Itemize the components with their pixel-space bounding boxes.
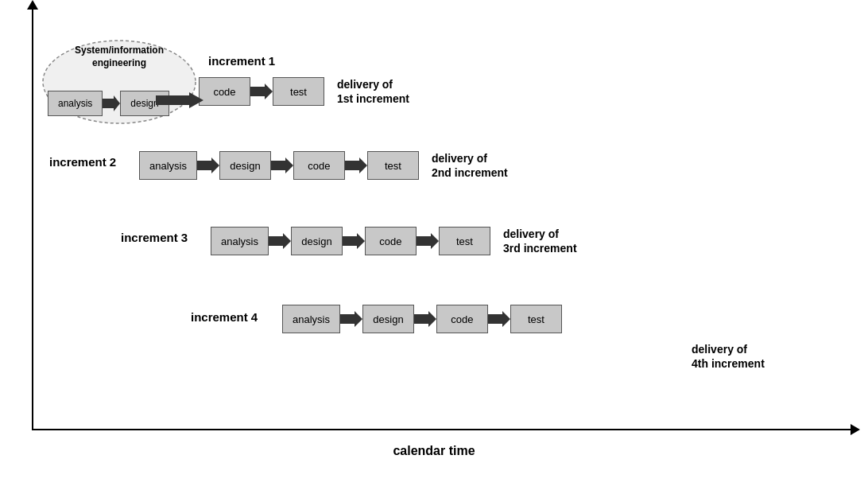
svg-marker-8 bbox=[417, 233, 439, 249]
svg-marker-10 bbox=[414, 311, 436, 327]
svg-marker-6 bbox=[269, 233, 291, 249]
inc2-analysis: analysis bbox=[139, 151, 197, 180]
inc4-design: design bbox=[362, 305, 414, 333]
axis-label: calendar time bbox=[393, 444, 475, 458]
inc3-code: code bbox=[365, 227, 417, 255]
inc3-arrow1 bbox=[269, 227, 291, 255]
increment-2-title: increment 2 bbox=[49, 155, 116, 169]
y-axis bbox=[32, 8, 33, 430]
inc3-arrow2 bbox=[343, 227, 365, 255]
inc1-test: test bbox=[273, 77, 324, 106]
diagram-container: calendar time System/information enginee… bbox=[0, 0, 868, 494]
increment-4-title: increment 4 bbox=[191, 310, 258, 324]
svg-marker-2 bbox=[250, 84, 273, 99]
inc3-design: design bbox=[291, 227, 343, 255]
inc3-analysis: analysis bbox=[211, 227, 269, 255]
x-axis bbox=[32, 429, 852, 430]
svg-marker-4 bbox=[271, 158, 293, 173]
inc2-arrow2 bbox=[271, 151, 293, 180]
inc2-code: code bbox=[293, 151, 345, 180]
inc2-arrow3 bbox=[345, 151, 367, 180]
inc4-code: code bbox=[436, 305, 488, 333]
inc4-arrow3 bbox=[488, 305, 510, 333]
svg-marker-5 bbox=[345, 158, 367, 173]
inc3-test: test bbox=[439, 227, 490, 255]
ellipse-label: System/information engineering bbox=[40, 45, 199, 69]
ellipse-to-inc1-connector bbox=[156, 86, 203, 115]
inc4-analysis: analysis bbox=[282, 305, 340, 333]
big-arrow-connector bbox=[156, 86, 203, 115]
inc1-delivery: delivery of1st increment bbox=[337, 77, 409, 106]
inc1-arrow1 bbox=[250, 77, 273, 106]
increment-3-title: increment 3 bbox=[121, 231, 188, 244]
ellipse-arrow1 bbox=[103, 91, 120, 116]
increment-1-title: increment 1 bbox=[208, 54, 275, 68]
increment-row-4-boxes: analysis design code test bbox=[282, 305, 562, 333]
svg-marker-12 bbox=[156, 92, 203, 108]
inc3-delivery: delivery of3rd increment bbox=[503, 227, 577, 255]
y-axis-arrow bbox=[27, 0, 38, 10]
inc4-arrow2 bbox=[414, 305, 436, 333]
inc2-test: test bbox=[367, 151, 419, 180]
increment-row-2-boxes: analysis design code test delivery of2nd… bbox=[139, 151, 508, 180]
increment-row-1-boxes: code test delivery of1st increment bbox=[199, 77, 409, 106]
svg-marker-9 bbox=[340, 311, 362, 327]
inc2-arrow1 bbox=[197, 151, 219, 180]
ellipse-analysis-box: analysis bbox=[48, 91, 103, 116]
inc4-arrow1 bbox=[340, 305, 362, 333]
inc4-test: test bbox=[510, 305, 562, 333]
svg-marker-1 bbox=[103, 95, 120, 111]
inc2-design: design bbox=[219, 151, 271, 180]
svg-marker-7 bbox=[343, 233, 365, 249]
svg-marker-3 bbox=[197, 158, 219, 173]
inc4-delivery: delivery of4th increment bbox=[692, 342, 765, 371]
increment-row-3-boxes: analysis design code test delivery of3rd… bbox=[211, 227, 577, 255]
svg-marker-11 bbox=[488, 311, 510, 327]
inc3-arrow3 bbox=[417, 227, 439, 255]
inc1-code: code bbox=[199, 77, 250, 106]
x-axis-arrow bbox=[851, 424, 860, 435]
inc2-delivery: delivery of2nd increment bbox=[432, 151, 508, 180]
